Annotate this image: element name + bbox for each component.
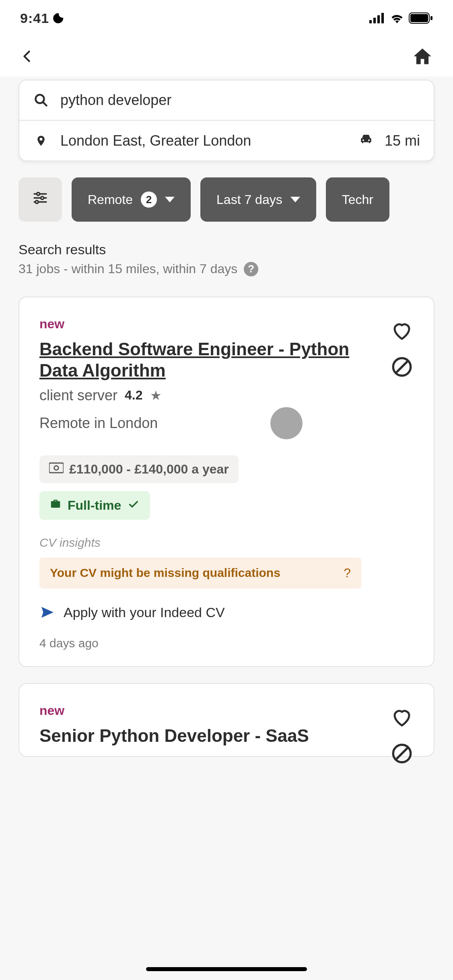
sliders-icon bbox=[32, 190, 48, 209]
job-type-value: Full-time bbox=[68, 498, 121, 513]
block-job-button[interactable] bbox=[390, 742, 414, 767]
job-card[interactable]: new Senior Python Developer - SaaS bbox=[19, 683, 434, 757]
salary-chip: £110,000 - £140,000 a year bbox=[39, 455, 239, 483]
job-location: Remote in London bbox=[39, 415, 158, 432]
search-card: python developer London East, Greater Lo… bbox=[19, 80, 434, 161]
job-card[interactable]: new Backend Software Engineer - Python D… bbox=[19, 296, 434, 667]
battery-icon bbox=[409, 12, 433, 24]
results-header: Search results 31 jobs - within 15 miles… bbox=[0, 230, 453, 280]
svg-point-18 bbox=[54, 465, 59, 470]
cv-insights-text: Your CV might be missing qualifications bbox=[50, 566, 280, 580]
save-job-button[interactable] bbox=[390, 320, 414, 343]
svg-point-14 bbox=[35, 200, 38, 203]
help-icon[interactable]: ? bbox=[244, 262, 258, 276]
new-tag: new bbox=[39, 703, 414, 718]
company-name[interactable]: client server bbox=[39, 387, 117, 404]
svg-rect-0 bbox=[369, 20, 372, 23]
chevron-down-icon bbox=[165, 197, 175, 202]
cellular-signal-icon bbox=[369, 13, 385, 23]
star-icon: ★ bbox=[150, 388, 162, 403]
results-title: Search results bbox=[19, 242, 434, 257]
svg-point-10 bbox=[37, 192, 39, 195]
search-icon bbox=[33, 93, 49, 107]
home-button[interactable] bbox=[412, 46, 433, 67]
search-query-value: python developer bbox=[60, 92, 420, 109]
status-bar: 9:41 bbox=[0, 0, 453, 36]
filter-tech-label: Techr bbox=[342, 192, 373, 207]
filter-remote-label: Remote bbox=[88, 192, 133, 207]
status-time: 9:41 bbox=[20, 10, 49, 26]
send-icon bbox=[39, 605, 56, 620]
car-icon bbox=[357, 132, 375, 149]
company-rating: 4.2 bbox=[125, 388, 142, 403]
nav-bar bbox=[0, 36, 453, 76]
svg-rect-5 bbox=[410, 14, 428, 22]
company-logo-placeholder bbox=[270, 407, 303, 439]
filters-button[interactable] bbox=[19, 177, 62, 222]
save-job-button[interactable] bbox=[390, 706, 414, 730]
back-button[interactable] bbox=[20, 45, 35, 68]
wifi-icon bbox=[390, 13, 404, 23]
filter-date-label: Last 7 days bbox=[216, 192, 282, 207]
chevron-down-icon bbox=[290, 197, 300, 202]
svg-rect-3 bbox=[381, 13, 384, 23]
checkmark-icon bbox=[127, 498, 140, 513]
job-title[interactable]: Backend Software Engineer - Python Data … bbox=[39, 339, 414, 381]
filter-remote-count: 2 bbox=[141, 191, 157, 208]
svg-line-20 bbox=[396, 747, 408, 759]
block-job-button[interactable] bbox=[390, 355, 414, 380]
new-tag: new bbox=[39, 317, 414, 331]
help-icon: ? bbox=[344, 566, 351, 581]
svg-rect-1 bbox=[373, 18, 376, 23]
location-pin-icon bbox=[33, 133, 49, 149]
search-radius-value: 15 mi bbox=[385, 132, 420, 149]
salary-value: £110,000 - £140,000 a year bbox=[69, 462, 229, 477]
cv-insights-warning[interactable]: Your CV might be missing qualifications … bbox=[39, 558, 361, 589]
job-type-chip: Full-time bbox=[39, 491, 150, 520]
posted-time: 4 days ago bbox=[39, 636, 414, 650]
home-indicator[interactable] bbox=[146, 967, 307, 971]
cv-insights-label: CV insights bbox=[39, 536, 414, 550]
search-location-value: London East, Greater London bbox=[60, 132, 346, 149]
svg-rect-2 bbox=[377, 15, 380, 23]
apply-with-cv[interactable]: Apply with your Indeed CV bbox=[39, 605, 414, 620]
svg-rect-17 bbox=[49, 463, 64, 473]
svg-line-16 bbox=[396, 361, 408, 373]
cash-icon bbox=[49, 462, 64, 477]
svg-point-12 bbox=[41, 196, 43, 199]
filter-tech-partial[interactable]: Techr bbox=[326, 177, 389, 222]
briefcase-icon bbox=[49, 498, 62, 513]
job-title[interactable]: Senior Python Developer - SaaS bbox=[39, 725, 414, 747]
search-query-row[interactable]: python developer bbox=[19, 80, 434, 120]
apply-label: Apply with your Indeed CV bbox=[64, 605, 225, 620]
filter-date[interactable]: Last 7 days bbox=[200, 177, 316, 222]
svg-line-8 bbox=[43, 102, 47, 106]
filters-bar: Remote 2 Last 7 days Techr bbox=[0, 161, 453, 230]
results-subtitle: 31 jobs - within 15 miles, within 7 days bbox=[19, 261, 237, 276]
filter-remote[interactable]: Remote 2 bbox=[72, 177, 191, 222]
svg-rect-6 bbox=[430, 16, 432, 20]
search-location-row[interactable]: London East, Greater London 15 mi bbox=[19, 120, 434, 161]
do-not-disturb-icon bbox=[52, 12, 64, 24]
